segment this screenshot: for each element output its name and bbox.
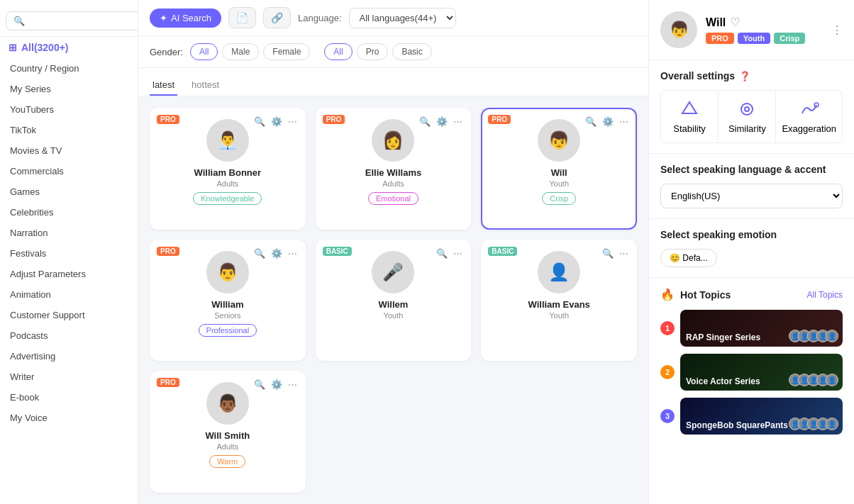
voice-card-william-evans[interactable]: BASIC 🔍 ⋯ 👤 William Evans Youth [481, 240, 637, 362]
sidebar-item-advertising[interactable]: Advertising [0, 346, 138, 366]
similarity-setting[interactable]: Similarity [719, 90, 776, 143]
topic-card-1[interactable]: RAP Singer Series 👤 👤 👤 👤 👤 [680, 310, 843, 347]
speaking-lang-select[interactable]: English(US) [660, 184, 843, 208]
sidebar-item-writer[interactable]: Writer [0, 366, 138, 387]
sidebar-item-my-series[interactable]: My Series [0, 79, 138, 99]
search-input-wrap: 🔍 will [6, 11, 138, 30]
preview-icon-button[interactable]: 🔍 [253, 378, 267, 391]
topic-item-3[interactable]: 3 SpongeBob SquarePants 👤 👤 👤 👤 👤 [660, 398, 843, 435]
tag-pro: PRO [706, 33, 734, 44]
topic-card-2[interactable]: Voice Actor Series 👤 👤 👤 👤 👤 [680, 354, 843, 391]
search-input[interactable]: will [29, 16, 138, 26]
heart-icon[interactable]: ♡ [730, 16, 740, 29]
more-icon-button[interactable]: ⋯ [287, 115, 299, 128]
preview-icon-button[interactable]: 🔍 [584, 115, 598, 128]
sidebar-item-celebrities[interactable]: Celebrities [0, 202, 138, 223]
exaggeration-setting[interactable]: Exaggeration [776, 90, 843, 143]
sidebar: 🔍 will 🔍 ⊞ All(3200+) Country / Region M… [0, 0, 138, 504]
sidebar-item-youtubers[interactable]: YouTubers [0, 99, 138, 120]
voice-card-william-bonner[interactable]: PRO 🔍 ⚙️ ⋯ 👨‍💼 William Bonner Adults Kno… [150, 108, 306, 230]
preview-icon-button[interactable]: 🔍 [253, 247, 267, 260]
sidebar-item-label: Narration [10, 228, 48, 238]
sidebar-item-country-region[interactable]: Country / Region [0, 58, 138, 79]
sidebar-item-label: YouTubers [10, 104, 54, 115]
tabs-area: latest hottest [138, 68, 648, 96]
card-actions: 🔍 ⚙️ ⋯ [584, 115, 630, 128]
sidebar-item-animation[interactable]: Animation [0, 284, 138, 305]
topic-item-1[interactable]: 1 RAP Singer Series 👤 👤 👤 👤 👤 [660, 310, 843, 347]
tag-youth: Youth [738, 33, 770, 44]
sidebar-item-games[interactable]: Games [0, 181, 138, 202]
voice-tag: Knowledgeable [193, 192, 262, 205]
sidebar-item-commercials[interactable]: Commercials [0, 161, 138, 181]
more-icon-button[interactable]: ⋯ [287, 378, 299, 391]
sidebar-item-customer-support[interactable]: Customer Support [0, 305, 138, 325]
sidebar-item-my-voice[interactable]: My Voice [0, 408, 138, 428]
sidebar-item-tiktok[interactable]: TikTok [0, 120, 138, 140]
settings-icon-button[interactable]: ⚙️ [270, 378, 284, 391]
stability-setting[interactable]: Stability [660, 90, 719, 143]
voice-avatar: 👨 [206, 251, 249, 293]
voices-grid: PRO 🔍 ⚙️ ⋯ 👨‍💼 William Bonner Adults Kno… [138, 96, 648, 504]
tag-crisp: Crisp [774, 33, 805, 44]
sidebar-item-adjust-params[interactable]: Adjust Parameters [0, 264, 138, 284]
settings-icon-button[interactable]: ⚙️ [435, 115, 449, 128]
type-basic-button[interactable]: Basic [392, 43, 431, 60]
file-icon-button[interactable]: 📄 [228, 7, 256, 28]
more-icon-button[interactable]: ⋯ [618, 247, 630, 260]
gender-male-button[interactable]: Male [222, 43, 259, 60]
more-icon-button[interactable]: ⋯ [452, 247, 464, 260]
speaking-lang-title: Select speaking language & accent [660, 164, 843, 175]
tab-hottest[interactable]: hottest [189, 75, 222, 96]
topic-card-3[interactable]: SpongeBob SquarePants 👤 👤 👤 👤 👤 [680, 398, 843, 435]
type-all-button[interactable]: All [324, 43, 352, 60]
voice-card-william[interactable]: PRO 🔍 ⚙️ ⋯ 👨 William Seniors Professiona… [150, 240, 306, 362]
settings-icon-button[interactable]: ⚙️ [270, 247, 284, 260]
topic-num-1: 1 [660, 321, 675, 335]
sidebar-all-item[interactable]: ⊞ All(3200+) [0, 37, 138, 58]
sidebar-item-ebook[interactable]: E-book [0, 387, 138, 408]
preview-icon-button[interactable]: 🔍 [418, 115, 432, 128]
voice-card-will-smith[interactable]: PRO 🔍 ⚙️ ⋯ 👨🏾 Will Smith Adults Warm [150, 371, 306, 493]
sidebar-item-label: Festivals [10, 248, 46, 259]
voice-card-ellie-williams[interactable]: PRO 🔍 ⚙️ ⋯ 👩 Ellie Willams Adults Emotio… [316, 108, 472, 230]
link-icon-button[interactable]: 🔗 [263, 7, 291, 28]
profile-more-button[interactable]: ⋮ [831, 23, 843, 37]
gender-female-button[interactable]: Female [263, 43, 310, 60]
pro-badge: PRO [157, 115, 179, 124]
emotion-button[interactable]: 😊 Defa... [660, 249, 717, 267]
voice-card-willem[interactable]: BASIC 🔍 ⋯ 🎤 Willem Youth [316, 240, 472, 362]
gender-all-button[interactable]: All [190, 43, 218, 60]
svg-point-0 [741, 103, 753, 115]
voice-name: Ellie Willams [327, 167, 460, 178]
language-select[interactable]: All languages(44+) [349, 8, 456, 28]
settings-icon-button[interactable]: ⚙️ [270, 115, 284, 128]
sidebar-item-podcasts[interactable]: Podcasts [0, 325, 138, 346]
voice-type: Adults [161, 179, 294, 188]
ai-search-button[interactable]: ✦ AI Search [150, 9, 221, 28]
sidebar-item-label: Customer Support [10, 310, 85, 320]
gender-filter-group: Gender: All Male Female [150, 43, 310, 60]
settings-icon-button[interactable]: ⚙️ [601, 115, 615, 128]
more-icon-button[interactable]: ⋯ [287, 247, 299, 260]
tab-latest[interactable]: latest [150, 75, 177, 96]
hot-topics-section: 🔥 Hot Topics All Topics 1 RAP Singer Ser… [649, 278, 854, 452]
sidebar-item-movies-tv[interactable]: Movies & TV [0, 140, 138, 161]
sidebar-item-narration[interactable]: Narration [0, 223, 138, 243]
sidebar-item-festivals[interactable]: Festivals [0, 243, 138, 264]
ai-icon: ✦ [160, 13, 167, 23]
preview-icon-button[interactable]: 🔍 [253, 115, 267, 128]
more-icon-button[interactable]: ⋯ [618, 115, 630, 128]
profile-info: Will ♡ PRO Youth Crisp [706, 16, 805, 44]
preview-icon-button[interactable]: 🔍 [435, 247, 449, 260]
settings-icons: Stability Similarity Exaggeration [660, 90, 843, 143]
all-topics-button[interactable]: All Topics [807, 290, 843, 300]
voice-card-will[interactable]: PRO 🔍 ⚙️ ⋯ 👦 Will Youth Crisp [481, 108, 637, 230]
speaking-language-section: Select speaking language & accent Englis… [649, 154, 854, 219]
type-pro-button[interactable]: Pro [357, 43, 389, 60]
topic-item-2[interactable]: 2 Voice Actor Series 👤 👤 👤 👤 👤 [660, 354, 843, 391]
card-actions: 🔍 ⚙️ ⋯ [253, 247, 299, 260]
help-icon[interactable]: ❓ [739, 71, 750, 82]
preview-icon-button[interactable]: 🔍 [601, 247, 615, 260]
more-icon-button[interactable]: ⋯ [452, 115, 464, 128]
